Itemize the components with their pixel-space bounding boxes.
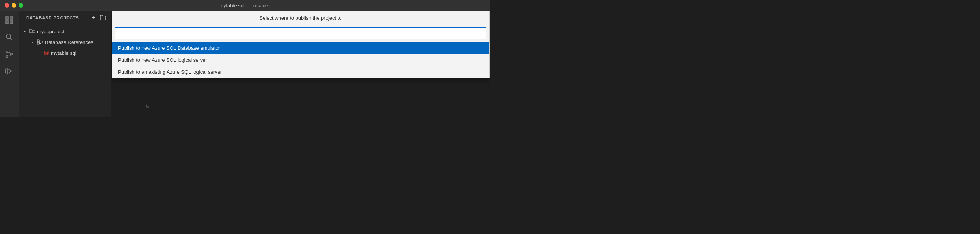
sql-file-icon bbox=[43, 50, 49, 56]
source-control-icon[interactable] bbox=[2, 46, 17, 62]
activity-bar bbox=[0, 11, 19, 117]
dialog-title: Select where to publish the project to bbox=[112, 11, 489, 24]
open-folder-button[interactable] bbox=[100, 14, 106, 21]
svg-rect-9 bbox=[30, 29, 32, 33]
sidebar-title: DATABASE PROJECTS bbox=[26, 15, 88, 20]
project-icon bbox=[29, 28, 35, 34]
sidebar: DATABASE PROJECTS + ▾ mydbproje bbox=[19, 11, 111, 117]
svg-rect-10 bbox=[33, 30, 35, 33]
sidebar-header: DATABASE PROJECTS + bbox=[19, 11, 111, 24]
tree-item-project[interactable]: ▾ mydbproject bbox=[19, 26, 111, 37]
dropdown-list: Publish to new Azure SQL Database emulat… bbox=[112, 42, 489, 78]
svg-point-6 bbox=[6, 51, 8, 53]
tree-view: ▾ mydbproject › bbox=[19, 24, 111, 117]
explorer-icon[interactable] bbox=[2, 12, 17, 28]
editor-line-number: 5 bbox=[146, 103, 149, 109]
window-title: mytable.sql — localdev bbox=[219, 3, 271, 8]
content-area: Select where to publish the project to P… bbox=[111, 11, 490, 117]
svg-rect-14 bbox=[41, 41, 43, 43]
tree-item-mytable[interactable]: › mytable.sql bbox=[19, 47, 111, 58]
add-project-button[interactable]: + bbox=[90, 14, 97, 21]
dialog-search-area bbox=[112, 24, 489, 42]
svg-rect-13 bbox=[37, 42, 39, 44]
mytable-label: mytable.sql bbox=[51, 50, 76, 56]
main-area: DATABASE PROJECTS + ▾ mydbproje bbox=[0, 11, 490, 117]
traffic-lights bbox=[0, 3, 23, 8]
svg-point-18 bbox=[44, 51, 48, 53]
dropdown-item-2[interactable]: Publish to an existing Azure SQL logical… bbox=[112, 66, 489, 78]
maximize-button[interactable] bbox=[19, 3, 23, 8]
db-ref-label: Database References bbox=[45, 39, 93, 45]
svg-rect-12 bbox=[37, 40, 39, 42]
minimize-button[interactable] bbox=[12, 3, 16, 8]
dropdown-item-1[interactable]: Publish to new Azure SQL logical server bbox=[112, 54, 489, 66]
close-button[interactable] bbox=[5, 3, 9, 8]
project-chevron: ▾ bbox=[22, 28, 28, 34]
publish-dialog: Select where to publish the project to P… bbox=[112, 11, 490, 78]
project-label: mydbproject bbox=[37, 29, 64, 34]
run-debug-icon[interactable] bbox=[2, 63, 17, 79]
db-ref-icon bbox=[37, 39, 43, 45]
search-input[interactable] bbox=[115, 27, 486, 39]
dialog-overlay: Select where to publish the project to P… bbox=[111, 11, 490, 117]
title-bar: mytable.sql — localdev bbox=[0, 0, 490, 11]
db-ref-chevron: › bbox=[29, 39, 35, 45]
search-icon[interactable] bbox=[2, 29, 17, 45]
dropdown-item-0[interactable]: Publish to new Azure SQL Database emulat… bbox=[112, 42, 489, 54]
svg-point-4 bbox=[6, 34, 11, 39]
svg-point-8 bbox=[11, 53, 13, 55]
svg-point-7 bbox=[6, 56, 8, 58]
svg-line-5 bbox=[10, 38, 13, 41]
tree-item-database-references[interactable]: › Database References bbox=[19, 37, 111, 47]
